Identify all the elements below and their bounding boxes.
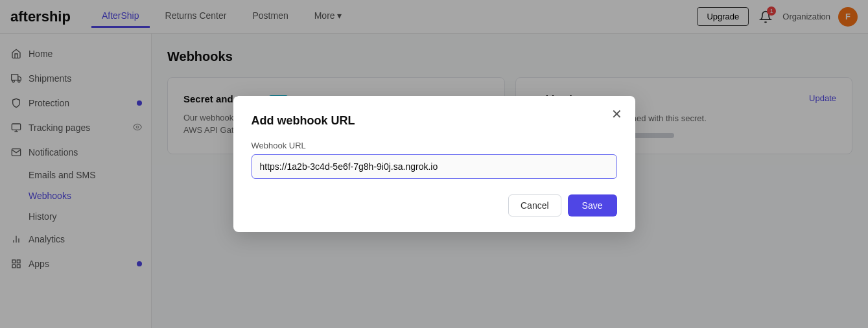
cancel-button[interactable]: Cancel [508,194,561,217]
modal-overlay[interactable]: Add webhook URL ✕ Webhook URL Cancel Sav… [0,0,868,328]
modal-title: Add webhook URL [252,114,617,128]
form-field-webhook-url: Webhook URL [252,141,617,179]
save-button[interactable]: Save [568,194,617,217]
modal-close-button[interactable]: ✕ [611,108,622,121]
modal-footer: Cancel Save [252,194,617,217]
add-webhook-modal: Add webhook URL ✕ Webhook URL Cancel Sav… [233,96,635,232]
webhook-url-input[interactable] [252,154,617,179]
webhook-url-label: Webhook URL [252,141,617,150]
